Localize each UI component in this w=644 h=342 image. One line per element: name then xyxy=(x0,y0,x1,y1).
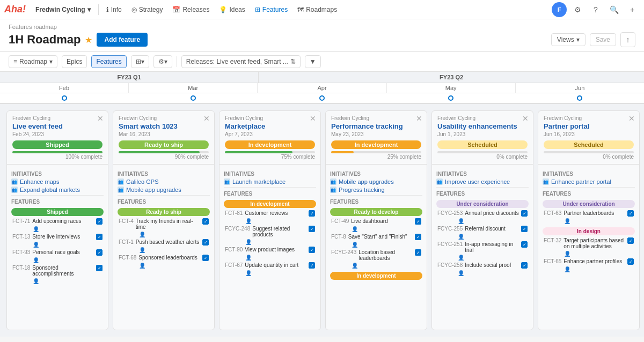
initiative-label[interactable]: Mobile app upgrades xyxy=(126,187,181,193)
column-title[interactable]: Marketplace xyxy=(225,122,315,130)
feature-person: 👤 xyxy=(118,232,210,237)
feature-checkbox[interactable]: ✓ xyxy=(202,218,209,225)
feature-label: Track my friends in real-time xyxy=(136,218,200,230)
share-icon[interactable]: ↑ xyxy=(620,32,635,47)
nav-releases[interactable]: 📅 Releases xyxy=(168,4,214,16)
nav-roadmaps[interactable]: 🗺 Roadmaps xyxy=(293,4,341,16)
roadmap-button[interactable]: ≡ Roadmap ▾ xyxy=(9,55,57,68)
column-title[interactable]: Partner portal xyxy=(544,122,634,130)
add-feature-button[interactable]: Add feature xyxy=(97,33,148,47)
ideas-icon: 💡 xyxy=(219,6,227,13)
nav-info[interactable]: ℹ Info xyxy=(102,4,126,16)
feature-person: 👤 xyxy=(436,270,529,276)
releases-filter-button[interactable]: Releases: Live event feed, Smart ... ⇅ xyxy=(181,55,301,68)
feature-checkbox[interactable]: ✓ xyxy=(309,247,315,253)
nav-features[interactable]: ⊞ Features xyxy=(251,4,292,16)
view-toggle-button[interactable]: ⊞▾ xyxy=(131,55,149,68)
close-icon[interactable]: ✕ xyxy=(203,114,210,123)
feature-checkbox[interactable]: ✓ xyxy=(202,239,209,246)
initiative-label[interactable]: Improve user experience xyxy=(445,179,510,185)
nav-strategy[interactable]: ◎ Strategy xyxy=(127,4,167,16)
features-label: Features xyxy=(11,199,104,205)
column-title[interactable]: Usability enhancements xyxy=(437,122,528,130)
initiative-label[interactable]: Galileo GPS xyxy=(126,179,159,185)
close-icon[interactable]: ✕ xyxy=(416,114,422,123)
feature-checkbox[interactable]: ✓ xyxy=(521,210,528,217)
dot-apr xyxy=(258,95,386,101)
avatar[interactable]: F xyxy=(552,2,567,17)
nav-right-actions: F ⚙ ? 🔍 + xyxy=(552,2,640,17)
help-icon[interactable]: ? xyxy=(588,2,603,17)
initiative-label[interactable]: Enhance partner portal xyxy=(551,179,611,185)
product-switcher[interactable]: Fredwin Cycling ▾ xyxy=(31,4,95,16)
feature-label: Include social proof xyxy=(465,262,519,268)
close-icon[interactable]: ✕ xyxy=(628,114,635,123)
column-0: Fredwin Cycling Live event feed Feb 24, … xyxy=(6,110,108,330)
column-title[interactable]: Smart watch 1023 xyxy=(119,122,209,130)
add-icon[interactable]: + xyxy=(625,2,640,17)
star-icon[interactable]: ★ xyxy=(85,35,92,45)
progress-bar xyxy=(331,151,421,153)
feature-group-badge: In design xyxy=(543,227,635,235)
feature-label: Customer reviews xyxy=(245,210,306,216)
column-header: Fredwin Cycling Usability enhancements J… xyxy=(432,111,533,165)
settings-icon[interactable]: ⚙ xyxy=(570,2,585,17)
nav-ideas[interactable]: 💡 Ideas xyxy=(215,4,249,16)
feature-checkbox[interactable]: ✓ xyxy=(202,255,209,261)
feature-checkbox[interactable]: ✓ xyxy=(415,218,421,225)
feature-checkbox[interactable]: ✓ xyxy=(415,234,421,240)
progress-fill xyxy=(225,151,292,153)
feature-label: Personal race goals xyxy=(32,249,94,255)
views-button[interactable]: Views ▾ xyxy=(551,33,586,46)
close-icon[interactable]: ✕ xyxy=(97,114,104,123)
feature-id: FCT-90 xyxy=(225,247,243,252)
feature-checkbox[interactable]: ✓ xyxy=(309,210,315,217)
initiative-label[interactable]: Mobile app upgrades xyxy=(339,179,394,185)
initiative-icon: 👥 xyxy=(118,179,124,185)
epics-button[interactable]: Epics xyxy=(62,55,87,68)
feature-person: 👤 xyxy=(436,234,529,240)
page-header: Features roadmap 1H Roadmap ★ Add featur… xyxy=(0,19,644,52)
person-icon: 👤 xyxy=(139,263,145,269)
filter-button[interactable]: ▼ xyxy=(305,55,321,68)
feature-label: Annual price discounts xyxy=(465,210,519,216)
feature-id: FCYC-251 xyxy=(437,241,463,247)
initiative-label[interactable]: Launch marketplace xyxy=(232,179,286,185)
search-icon[interactable]: 🔍 xyxy=(606,2,621,17)
person-icon: 👤 xyxy=(564,266,570,272)
feature-checkbox[interactable]: ✓ xyxy=(309,262,315,269)
breadcrumb: Features roadmap xyxy=(9,24,635,30)
features-button[interactable]: Features xyxy=(91,55,126,68)
save-button[interactable]: Save xyxy=(590,33,616,46)
initiative-label[interactable]: Progress tracking xyxy=(339,187,385,193)
feature-checkbox[interactable]: ✓ xyxy=(627,258,634,265)
feature-checkbox[interactable]: ✓ xyxy=(96,249,103,256)
feature-checkbox[interactable]: ✓ xyxy=(521,262,528,269)
column-company: Fredwin Cycling xyxy=(225,115,315,121)
settings-button[interactable]: ⚙▾ xyxy=(153,55,172,68)
progress-text: 90% complete xyxy=(119,154,209,160)
column-title[interactable]: Performance tracking xyxy=(331,122,421,130)
divider xyxy=(11,195,104,196)
feature-checkbox[interactable]: ✓ xyxy=(627,237,634,244)
feature-checkbox[interactable]: ✓ xyxy=(96,265,103,271)
person-icon: 👤 xyxy=(245,255,252,261)
feature-checkbox[interactable]: ✓ xyxy=(96,218,103,225)
initiative-label[interactable]: Expand global markets xyxy=(20,187,80,193)
close-icon[interactable]: ✕ xyxy=(522,114,529,123)
feature-label: Live dashboard xyxy=(351,218,413,224)
feature-checkbox[interactable]: ✓ xyxy=(96,234,103,240)
column-date: Jun 1, 2023 xyxy=(437,131,528,137)
feature-checkbox[interactable]: ✓ xyxy=(521,226,528,232)
feature-group: In development xyxy=(330,272,422,280)
feature-checkbox[interactable]: ✓ xyxy=(415,249,421,256)
feature-checkbox[interactable]: ✓ xyxy=(521,241,528,248)
feature-id: FCYC-255 xyxy=(437,226,463,232)
initiatives-label: Initiatives xyxy=(118,171,210,177)
column-title[interactable]: Live event feed xyxy=(12,122,103,130)
progress-fill xyxy=(119,151,200,153)
close-icon[interactable]: ✕ xyxy=(310,114,316,123)
feature-checkbox[interactable]: ✓ xyxy=(627,210,634,217)
feature-checkbox[interactable]: ✓ xyxy=(309,226,315,232)
initiative-label[interactable]: Enhance maps xyxy=(20,179,59,185)
